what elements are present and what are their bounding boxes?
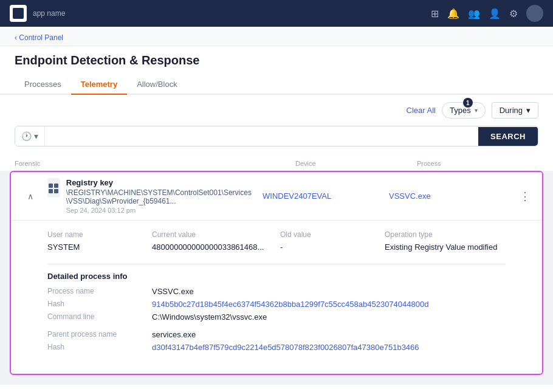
parent-process-value: services.exe xyxy=(152,330,506,339)
record-header-row: ∧ Registry key xyxy=(11,172,542,220)
record-type: Registry key xyxy=(66,178,258,187)
tabs: Processes Telemetry Allow/Block xyxy=(0,75,553,95)
value-details-section: User name Current value Old value Operat… xyxy=(47,230,506,252)
records-area: ∧ Registry key xyxy=(0,171,553,385)
during-filter-button[interactable]: During ▾ xyxy=(492,102,538,119)
main-container: ‹ Control Panel Endpoint Detection & Res… xyxy=(0,27,553,392)
clock-icon: 🕐 xyxy=(21,131,32,141)
user-name-label: User name xyxy=(47,230,145,239)
process-grid: Process name VSSVC.exe Hash 914b5b0c27d1… xyxy=(47,287,506,322)
old-value-value: - xyxy=(280,242,377,252)
breadcrumb: ‹ Control Panel xyxy=(0,27,553,46)
process-name-label: Process name xyxy=(47,287,145,296)
page-header: Endpoint Detection & Response xyxy=(0,46,553,67)
parent-hash-label: Hash xyxy=(47,343,145,352)
search-bar: 🕐 ▾ SEARCH xyxy=(15,126,538,146)
operation-type-label: Operation type xyxy=(385,230,506,239)
during-label: During xyxy=(500,106,523,115)
page-title: Endpoint Detection & Response xyxy=(15,53,538,67)
svg-rect-1 xyxy=(54,184,58,188)
parent-process-grid: Parent process name services.exe Hash d3… xyxy=(47,330,506,352)
topbar: app name ⊞ 🔔 👥 👤 ⚙ xyxy=(0,0,553,27)
current-value-label: Current value xyxy=(152,230,273,239)
types-badge: 1 xyxy=(463,98,473,108)
process-name-value: VSSVC.exe xyxy=(152,287,506,296)
process-info-section: Detailed process info Process name VSSVC… xyxy=(47,272,506,352)
tab-allow-block[interactable]: Allow/Block xyxy=(127,75,187,95)
bell-icon[interactable]: 🔔 xyxy=(447,8,459,19)
svg-rect-3 xyxy=(54,189,58,193)
history-chevron-icon: ▾ xyxy=(34,131,38,141)
search-input[interactable] xyxy=(45,127,478,146)
avatar[interactable] xyxy=(526,5,543,22)
details-grid: User name Current value Old value Operat… xyxy=(47,230,506,252)
record-details: User name Current value Old value Operat… xyxy=(11,220,542,374)
operation-type-value: Existing Registry Value modified xyxy=(385,242,506,252)
topbar-left: app name xyxy=(10,5,65,22)
svg-rect-0 xyxy=(49,184,53,188)
expand-toggle[interactable]: ∧ xyxy=(18,191,43,201)
record-path: \REGISTRY\MACHINE\SYSTEM\ControlSet001\S… xyxy=(66,188,258,205)
command-line-value: C:\Windows\system32\vssvc.exe xyxy=(152,312,506,322)
toolbar: Clear All 1 Types ▾ During ▾ xyxy=(0,95,553,126)
search-history-button[interactable]: 🕐 ▾ xyxy=(15,126,45,146)
app-logo xyxy=(10,5,27,22)
parent-hash-value[interactable]: d30f43147b4ef87f579cd9c2214e5d578078f823… xyxy=(152,343,506,352)
record-time: Sep 24, 2024 03:12 pm xyxy=(66,207,258,214)
breadcrumb-link[interactable]: ‹ Control Panel xyxy=(15,33,63,42)
tab-processes[interactable]: Processes xyxy=(15,75,71,95)
col-device: Device xyxy=(295,160,417,167)
command-line-label: Command line xyxy=(47,312,145,322)
svg-rect-2 xyxy=(49,189,53,193)
col-process: Process xyxy=(417,160,538,167)
during-chevron-icon: ▾ xyxy=(526,106,531,115)
types-filter-button[interactable]: 1 Types ▾ xyxy=(442,102,486,119)
record-menu-icon[interactable]: ⋮ xyxy=(515,190,535,203)
record-process[interactable]: VSSVC.exe xyxy=(389,191,510,201)
hash-value[interactable]: 914b5b0c27d18b45f4ec6374f54362b8bba1299f… xyxy=(152,300,506,309)
topbar-right: ⊞ 🔔 👥 👤 ⚙ xyxy=(431,5,543,22)
old-value-label: Old value xyxy=(280,230,377,239)
registry-icon xyxy=(47,178,60,198)
app-name: app name xyxy=(33,9,65,18)
user-icon[interactable]: 👤 xyxy=(489,8,501,19)
tab-telemetry[interactable]: Telemetry xyxy=(71,75,127,95)
table-header: Forensic Device Process xyxy=(0,156,553,171)
record-device[interactable]: WINDEV2407EVAL xyxy=(263,191,384,201)
user-name-value: SYSTEM xyxy=(47,242,145,252)
record-card: ∧ Registry key xyxy=(10,171,543,375)
record-info: Registry key \REGISTRY\MACHINE\SYSTEM\Co… xyxy=(47,178,258,214)
current-value-value: 480000000000000033861468... xyxy=(152,242,273,252)
search-button[interactable]: SEARCH xyxy=(478,127,538,146)
col-forensic: Forensic xyxy=(15,160,295,167)
divider xyxy=(47,264,506,264)
people-icon[interactable]: 👥 xyxy=(468,8,480,19)
parent-process-label: Parent process name xyxy=(47,330,145,339)
gear-icon[interactable]: ⚙ xyxy=(509,8,518,19)
grid-icon[interactable]: ⊞ xyxy=(431,8,439,19)
types-chevron-icon: ▾ xyxy=(475,107,478,114)
hash-label: Hash xyxy=(47,300,145,309)
process-info-title: Detailed process info xyxy=(47,272,506,281)
clear-all-button[interactable]: Clear All xyxy=(407,106,436,115)
